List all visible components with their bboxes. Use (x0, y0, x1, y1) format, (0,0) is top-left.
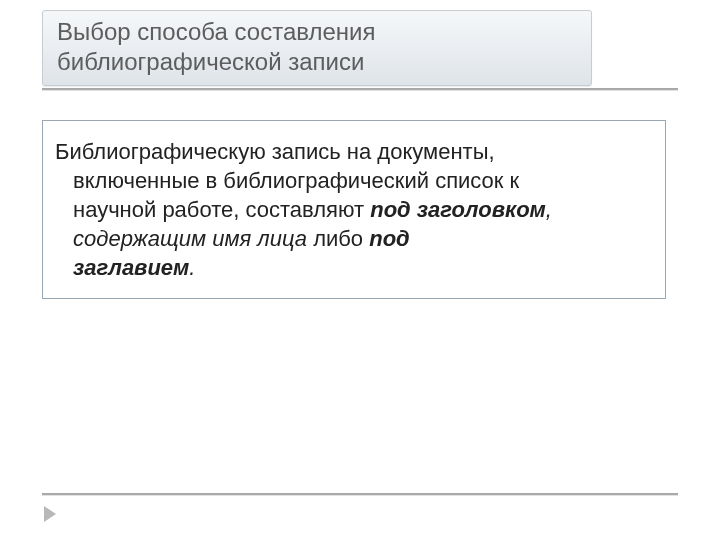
divider-top (42, 88, 678, 91)
body-line4b: либо (307, 226, 369, 251)
next-arrow-icon (44, 506, 56, 522)
period: . (189, 255, 195, 280)
body-paragraph: Библиографическую запись на документы, в… (55, 137, 653, 282)
slide: Выбор способа составления библиографичес… (0, 0, 720, 540)
body-line4a: содержащим имя лица (73, 226, 307, 251)
slide-title: Выбор способа составления библиографичес… (57, 17, 577, 77)
body-line3: научной работе, составляют (73, 197, 370, 222)
comma: , (546, 197, 552, 222)
content-box: Библиографическую запись на документы, в… (42, 120, 666, 299)
divider-bottom (42, 493, 678, 496)
heading-phrase-1: под заголовком (370, 197, 546, 222)
heading-phrase-2b: заглавием (73, 255, 189, 280)
body-lead: Библиографическую запись на документы, (55, 139, 495, 164)
body-line2: включенные в библиографический список к (73, 168, 519, 193)
title-box: Выбор способа составления библиографичес… (42, 10, 592, 86)
heading-phrase-2a: под (369, 226, 409, 251)
